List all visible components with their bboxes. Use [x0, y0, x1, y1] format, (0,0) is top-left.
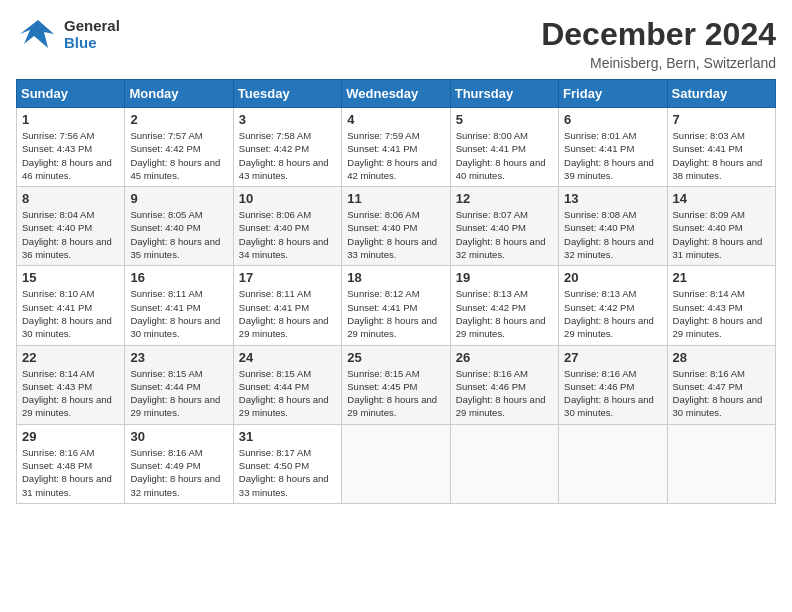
day-info: Sunrise: 8:12 AMSunset: 4:41 PMDaylight:…: [347, 287, 444, 340]
calendar-cell: [667, 424, 775, 503]
day-info: Sunrise: 8:08 AMSunset: 4:40 PMDaylight:…: [564, 208, 661, 261]
calendar-cell: 20Sunrise: 8:13 AMSunset: 4:42 PMDayligh…: [559, 266, 667, 345]
calendar-cell: 15Sunrise: 8:10 AMSunset: 4:41 PMDayligh…: [17, 266, 125, 345]
calendar-cell: 25Sunrise: 8:15 AMSunset: 4:45 PMDayligh…: [342, 345, 450, 424]
day-number: 21: [673, 270, 770, 285]
day-number: 18: [347, 270, 444, 285]
weekday-header-saturday: Saturday: [667, 80, 775, 108]
calendar-cell: 12Sunrise: 8:07 AMSunset: 4:40 PMDayligh…: [450, 187, 558, 266]
day-number: 13: [564, 191, 661, 206]
calendar-cell: 29Sunrise: 8:16 AMSunset: 4:48 PMDayligh…: [17, 424, 125, 503]
calendar-cell: 28Sunrise: 8:16 AMSunset: 4:47 PMDayligh…: [667, 345, 775, 424]
calendar-cell: 10Sunrise: 8:06 AMSunset: 4:40 PMDayligh…: [233, 187, 341, 266]
day-number: 27: [564, 350, 661, 365]
day-number: 6: [564, 112, 661, 127]
calendar-cell: 14Sunrise: 8:09 AMSunset: 4:40 PMDayligh…: [667, 187, 775, 266]
day-number: 23: [130, 350, 227, 365]
logo: General Blue: [16, 16, 120, 52]
day-number: 15: [22, 270, 119, 285]
day-number: 20: [564, 270, 661, 285]
calendar-cell: 9Sunrise: 8:05 AMSunset: 4:40 PMDaylight…: [125, 187, 233, 266]
day-info: Sunrise: 8:11 AMSunset: 4:41 PMDaylight:…: [239, 287, 336, 340]
day-number: 3: [239, 112, 336, 127]
title-block: December 2024 Meinisberg, Bern, Switzerl…: [541, 16, 776, 71]
day-info: Sunrise: 8:14 AMSunset: 4:43 PMDaylight:…: [673, 287, 770, 340]
day-info: Sunrise: 8:01 AMSunset: 4:41 PMDaylight:…: [564, 129, 661, 182]
location: Meinisberg, Bern, Switzerland: [541, 55, 776, 71]
calendar-cell: 8Sunrise: 8:04 AMSunset: 4:40 PMDaylight…: [17, 187, 125, 266]
day-info: Sunrise: 7:58 AMSunset: 4:42 PMDaylight:…: [239, 129, 336, 182]
calendar-cell: [450, 424, 558, 503]
calendar-week-3: 15Sunrise: 8:10 AMSunset: 4:41 PMDayligh…: [17, 266, 776, 345]
month-title: December 2024: [541, 16, 776, 53]
calendar-cell: 23Sunrise: 8:15 AMSunset: 4:44 PMDayligh…: [125, 345, 233, 424]
calendar-cell: 31Sunrise: 8:17 AMSunset: 4:50 PMDayligh…: [233, 424, 341, 503]
calendar-cell: 13Sunrise: 8:08 AMSunset: 4:40 PMDayligh…: [559, 187, 667, 266]
logo-line2: Blue: [64, 34, 120, 51]
calendar-cell: 19Sunrise: 8:13 AMSunset: 4:42 PMDayligh…: [450, 266, 558, 345]
day-number: 1: [22, 112, 119, 127]
day-number: 14: [673, 191, 770, 206]
day-info: Sunrise: 8:15 AMSunset: 4:44 PMDaylight:…: [239, 367, 336, 420]
day-number: 7: [673, 112, 770, 127]
day-info: Sunrise: 8:13 AMSunset: 4:42 PMDaylight:…: [564, 287, 661, 340]
calendar-cell: 2Sunrise: 7:57 AMSunset: 4:42 PMDaylight…: [125, 108, 233, 187]
day-number: 31: [239, 429, 336, 444]
day-info: Sunrise: 8:13 AMSunset: 4:42 PMDaylight:…: [456, 287, 553, 340]
calendar-cell: 6Sunrise: 8:01 AMSunset: 4:41 PMDaylight…: [559, 108, 667, 187]
calendar-cell: 18Sunrise: 8:12 AMSunset: 4:41 PMDayligh…: [342, 266, 450, 345]
day-info: Sunrise: 7:56 AMSunset: 4:43 PMDaylight:…: [22, 129, 119, 182]
day-number: 25: [347, 350, 444, 365]
day-info: Sunrise: 8:15 AMSunset: 4:44 PMDaylight:…: [130, 367, 227, 420]
calendar-cell: 17Sunrise: 8:11 AMSunset: 4:41 PMDayligh…: [233, 266, 341, 345]
day-info: Sunrise: 8:16 AMSunset: 4:48 PMDaylight:…: [22, 446, 119, 499]
day-info: Sunrise: 8:03 AMSunset: 4:41 PMDaylight:…: [673, 129, 770, 182]
day-number: 12: [456, 191, 553, 206]
day-info: Sunrise: 8:16 AMSunset: 4:46 PMDaylight:…: [564, 367, 661, 420]
day-info: Sunrise: 8:16 AMSunset: 4:46 PMDaylight:…: [456, 367, 553, 420]
day-number: 4: [347, 112, 444, 127]
calendar-cell: 30Sunrise: 8:16 AMSunset: 4:49 PMDayligh…: [125, 424, 233, 503]
calendar-cell: 5Sunrise: 8:00 AMSunset: 4:41 PMDaylight…: [450, 108, 558, 187]
day-number: 10: [239, 191, 336, 206]
day-info: Sunrise: 8:09 AMSunset: 4:40 PMDaylight:…: [673, 208, 770, 261]
day-info: Sunrise: 8:00 AMSunset: 4:41 PMDaylight:…: [456, 129, 553, 182]
day-info: Sunrise: 8:14 AMSunset: 4:43 PMDaylight:…: [22, 367, 119, 420]
day-info: Sunrise: 7:59 AMSunset: 4:41 PMDaylight:…: [347, 129, 444, 182]
calendar-week-5: 29Sunrise: 8:16 AMSunset: 4:48 PMDayligh…: [17, 424, 776, 503]
day-info: Sunrise: 8:05 AMSunset: 4:40 PMDaylight:…: [130, 208, 227, 261]
day-number: 2: [130, 112, 227, 127]
logo-icon: [16, 16, 60, 52]
calendar-cell: [559, 424, 667, 503]
day-number: 16: [130, 270, 227, 285]
day-number: 22: [22, 350, 119, 365]
day-info: Sunrise: 8:16 AMSunset: 4:49 PMDaylight:…: [130, 446, 227, 499]
weekday-header-friday: Friday: [559, 80, 667, 108]
day-info: Sunrise: 8:04 AMSunset: 4:40 PMDaylight:…: [22, 208, 119, 261]
day-number: 28: [673, 350, 770, 365]
day-number: 8: [22, 191, 119, 206]
day-info: Sunrise: 8:16 AMSunset: 4:47 PMDaylight:…: [673, 367, 770, 420]
day-info: Sunrise: 8:06 AMSunset: 4:40 PMDaylight:…: [347, 208, 444, 261]
calendar-cell: 22Sunrise: 8:14 AMSunset: 4:43 PMDayligh…: [17, 345, 125, 424]
day-info: Sunrise: 7:57 AMSunset: 4:42 PMDaylight:…: [130, 129, 227, 182]
day-info: Sunrise: 8:06 AMSunset: 4:40 PMDaylight:…: [239, 208, 336, 261]
day-number: 9: [130, 191, 227, 206]
day-info: Sunrise: 8:11 AMSunset: 4:41 PMDaylight:…: [130, 287, 227, 340]
day-number: 11: [347, 191, 444, 206]
calendar-header: SundayMondayTuesdayWednesdayThursdayFrid…: [17, 80, 776, 108]
day-number: 5: [456, 112, 553, 127]
calendar-cell: 4Sunrise: 7:59 AMSunset: 4:41 PMDaylight…: [342, 108, 450, 187]
calendar-cell: 3Sunrise: 7:58 AMSunset: 4:42 PMDaylight…: [233, 108, 341, 187]
day-info: Sunrise: 8:10 AMSunset: 4:41 PMDaylight:…: [22, 287, 119, 340]
calendar-cell: 24Sunrise: 8:15 AMSunset: 4:44 PMDayligh…: [233, 345, 341, 424]
calendar-cell: [342, 424, 450, 503]
calendar-cell: 21Sunrise: 8:14 AMSunset: 4:43 PMDayligh…: [667, 266, 775, 345]
calendar-week-2: 8Sunrise: 8:04 AMSunset: 4:40 PMDaylight…: [17, 187, 776, 266]
day-info: Sunrise: 8:15 AMSunset: 4:45 PMDaylight:…: [347, 367, 444, 420]
day-number: 19: [456, 270, 553, 285]
day-number: 17: [239, 270, 336, 285]
calendar-week-4: 22Sunrise: 8:14 AMSunset: 4:43 PMDayligh…: [17, 345, 776, 424]
weekday-header-monday: Monday: [125, 80, 233, 108]
weekday-header-tuesday: Tuesday: [233, 80, 341, 108]
